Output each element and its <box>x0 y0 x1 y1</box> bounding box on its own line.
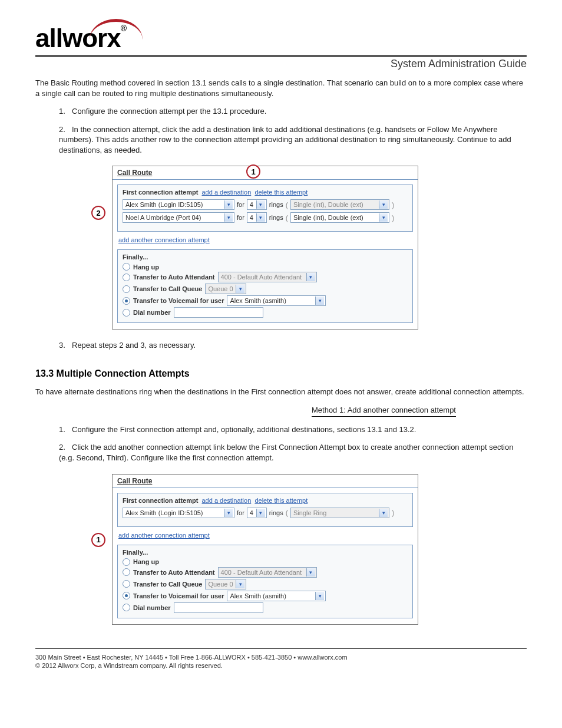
panel-title: Call Route <box>113 166 418 180</box>
first-attempt-label: First connection attempt <box>123 189 198 196</box>
panel-title: Call Route <box>113 475 418 488</box>
first-attempt-label: First connection attempt <box>123 497 198 504</box>
radio-voicemail[interactable] <box>123 297 130 305</box>
chevron-down-icon: ▾ <box>224 200 233 209</box>
radio-auto-attendant[interactable] <box>123 274 130 281</box>
delete-attempt-link[interactable]: delete this attempt <box>254 497 308 504</box>
destination-select[interactable]: Noel A Umbridge (Port 04)▾ <box>123 212 234 223</box>
finally-box: Finally... Hang up Transfer to Auto Atte… <box>117 249 413 323</box>
radio-hangup[interactable] <box>123 263 130 271</box>
call-route-panel: Call Route First connection attempt add … <box>112 166 418 330</box>
chevron-down-icon: ▾ <box>315 592 324 600</box>
destination-row: Alex Smith (Login ID:5105)▾ for 4▾ rings… <box>123 508 408 518</box>
destination-select[interactable]: Alex Smith (Login ID:5105)▾ <box>123 508 234 518</box>
chevron-down-icon: ▾ <box>256 509 265 517</box>
ring-type-select[interactable]: Single Ring▾ <box>290 508 389 518</box>
intro-paragraph: The Basic Routing method covered in sect… <box>35 78 527 98</box>
first-attempt-box: First connection attempt add a destinati… <box>117 493 413 527</box>
finally-title: Finally... <box>123 549 408 556</box>
auto-attendant-select[interactable]: 400 - Default Auto Attendant▾ <box>218 272 317 282</box>
dial-number-input[interactable] <box>174 307 263 318</box>
finally-title: Finally... <box>123 253 408 261</box>
logo: allworx® <box>35 24 527 53</box>
method-heading: Method 1: Add another connection attempt <box>312 405 456 417</box>
auto-attendant-select[interactable]: 400 - Default Auto Attendant▾ <box>218 567 317 578</box>
destination-row: Alex Smith (Login ID:5105)▾ for 4▾ rings… <box>123 199 408 210</box>
chevron-down-icon: ▾ <box>306 273 315 281</box>
footer-left: 300 Main Street • East Rochester, NY 144… <box>35 654 348 661</box>
dial-number-input[interactable] <box>174 602 263 613</box>
chevron-down-icon: ▾ <box>315 297 324 305</box>
section-title: 13.3 Multiple Connection Attempts <box>35 368 527 379</box>
callout-3: 1 <box>91 533 105 547</box>
chevron-down-icon: ▾ <box>236 285 244 293</box>
chevron-down-icon: ▾ <box>306 568 315 577</box>
radio-auto-attendant[interactable] <box>123 568 130 576</box>
chevron-down-icon: ▾ <box>379 213 388 222</box>
add-another-attempt-link[interactable]: add another connection attempt <box>118 532 412 539</box>
radio-dial-number[interactable] <box>123 309 130 317</box>
radio-voicemail[interactable] <box>123 592 130 599</box>
call-route-panel: Call Route First connection attempt add … <box>112 474 418 625</box>
rings-count-select[interactable]: 4▾ <box>247 212 267 223</box>
rings-count-select[interactable]: 4▾ <box>247 508 267 518</box>
chevron-down-icon: ▾ <box>256 213 265 222</box>
callout-2: 2 <box>91 206 105 220</box>
doc-title: System Administration Guide <box>35 58 527 70</box>
section-intro: To have alternate destinations ring when… <box>35 387 527 397</box>
destination-row: Noel A Umbridge (Port 04)▾ for 4▾ rings … <box>123 212 408 223</box>
ring-type-select[interactable]: Single (int), Double (ext)▾ <box>290 212 389 223</box>
footer-right: © 2012 Allworx Corp, a Windstream compan… <box>35 662 223 669</box>
sec2-step-2: 2.Click the add another connection attem… <box>59 442 527 463</box>
voicemail-user-select[interactable]: Alex Smith (asmith)▾ <box>227 295 326 306</box>
add-destination-link[interactable]: add a destination <box>201 497 251 504</box>
chevron-down-icon: ▾ <box>379 200 388 209</box>
rings-count-select[interactable]: 4▾ <box>247 199 267 210</box>
chevron-down-icon: ▾ <box>379 509 388 517</box>
add-destination-link[interactable]: add a destination <box>201 189 251 196</box>
chevron-down-icon: ▾ <box>236 580 244 588</box>
radio-call-queue[interactable] <box>123 580 130 588</box>
radio-hangup[interactable] <box>123 558 130 566</box>
chevron-down-icon: ▾ <box>256 200 265 209</box>
ring-type-select[interactable]: Single (int), Double (ext)▾ <box>290 199 389 210</box>
call-queue-select[interactable]: Queue 0▾ <box>205 579 246 589</box>
destination-select[interactable]: Alex Smith (Login ID:5105)▾ <box>123 199 234 210</box>
radio-call-queue[interactable] <box>123 285 130 293</box>
add-another-attempt-link[interactable]: add another connection attempt <box>118 236 412 243</box>
radio-dial-number[interactable] <box>123 604 130 611</box>
step-2: 2.In the connection attempt, click the a… <box>59 124 527 156</box>
delete-attempt-link[interactable]: delete this attempt <box>254 189 308 196</box>
step-3: 3.Repeat steps 2 and 3, as necessary. <box>59 340 527 351</box>
chevron-down-icon: ▾ <box>224 213 233 222</box>
step-1: 1.Configure the connection attempt per t… <box>59 106 527 117</box>
chevron-down-icon: ▾ <box>224 509 233 517</box>
finally-box: Finally... Hang up Transfer to Auto Atte… <box>117 545 413 618</box>
sec2-step-1: 1.Configure the First connection attempt… <box>59 424 527 435</box>
first-attempt-box: First connection attempt add a destinati… <box>117 185 413 232</box>
footer: 300 Main Street • East Rochester, NY 144… <box>35 654 527 661</box>
voicemail-user-select[interactable]: Alex Smith (asmith)▾ <box>227 591 326 601</box>
call-queue-select[interactable]: Queue 0▾ <box>205 284 246 294</box>
